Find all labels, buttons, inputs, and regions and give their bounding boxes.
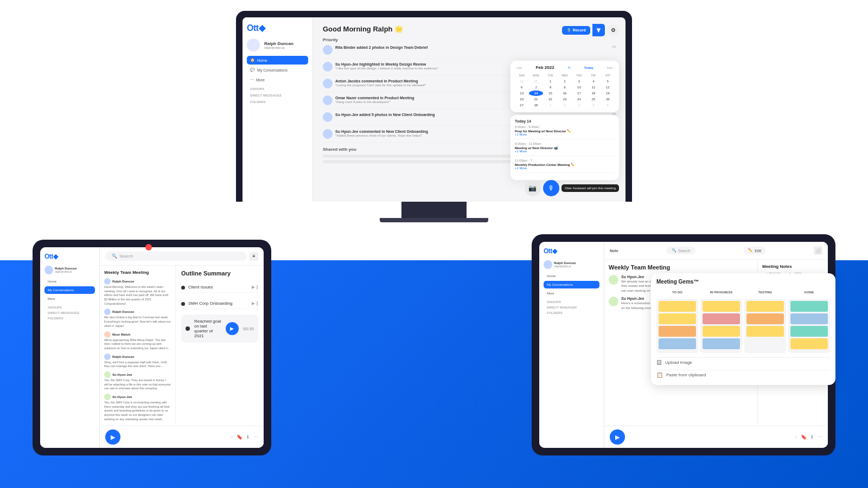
- upload-image-btn[interactable]: 🖼 Upload Image: [656, 357, 830, 367]
- more-icon[interactable]: ⋯: [253, 434, 258, 440]
- event-more-2[interactable]: +1 More: [515, 150, 615, 153]
- cal-next-icon[interactable]: Mar ›: [607, 66, 615, 69]
- search-options-icon[interactable]: ≡: [250, 252, 258, 261]
- cal-day-5[interactable]: 5: [601, 79, 615, 84]
- cal-day-10[interactable]: 10: [572, 85, 586, 90]
- cal-day-21[interactable]: 21: [529, 97, 542, 102]
- settings-icon[interactable]: ⚙: [607, 24, 619, 36]
- tablet-right-header: Note 🔍 Search ✏️ Edit ⬜: [604, 242, 828, 260]
- transcript-msg-3: Moni Welch We're approaching RWe Moop Ra…: [104, 331, 171, 351]
- mic-btn[interactable]: 🎙: [543, 180, 559, 196]
- cal-day-31[interactable]: 31: [529, 79, 542, 84]
- right-search-input[interactable]: 🔍 Search: [666, 247, 695, 254]
- cal-day-6[interactable]: 6: [515, 85, 528, 90]
- cal-day-20[interactable]: 20: [515, 97, 528, 102]
- cal-day-4[interactable]: 4: [586, 79, 600, 84]
- monitor-nav-conversations[interactable]: 💬 My Conversations: [247, 66, 308, 74]
- bookmark-icon[interactable]: 🔖: [237, 434, 242, 440]
- collapse-icon[interactable]: ⬜: [814, 246, 822, 255]
- cal-day-28[interactable]: 28: [529, 102, 542, 108]
- tablet-left-nav-home[interactable]: Home: [44, 278, 95, 285]
- outline-item-2: SMH Corp Onboarding ▶ ∥: [181, 298, 258, 309]
- right-more-icon[interactable]: ⋯: [818, 434, 822, 440]
- tablet-left-logo: Ott◆: [44, 253, 95, 260]
- outline-play-2[interactable]: ▶ ∥: [252, 301, 258, 306]
- cal-day-5b[interactable]: 5: [601, 102, 615, 108]
- tablet-right-nav-home[interactable]: Home: [544, 272, 599, 280]
- record-dropdown-button[interactable]: ▼: [592, 24, 605, 36]
- export-icon[interactable]: ⬇: [246, 434, 250, 440]
- outline-play-1[interactable]: ▶ ∥: [252, 285, 258, 290]
- notes-title: Meeting Notes: [762, 264, 824, 269]
- calendar-today-btn[interactable]: Today: [584, 66, 593, 69]
- tablet-right-dm: DIRECT MANAGER: [547, 306, 599, 309]
- tablet-right-play-btn[interactable]: ▶: [610, 429, 625, 445]
- monitor-groups-label: GROUPS: [250, 87, 308, 91]
- cal-day-2b[interactable]: 2: [558, 102, 571, 108]
- cal-day-4b[interactable]: 4: [586, 102, 600, 108]
- cal-day-14-today[interactable]: 14: [529, 91, 542, 96]
- cal-day-27[interactable]: 27: [515, 102, 528, 108]
- cal-day-1b[interactable]: 1: [544, 102, 557, 108]
- cal-day-15[interactable]: 15: [544, 91, 557, 96]
- kanban-header-done: DONE: [788, 289, 830, 296]
- tablet-left-nav-conversations[interactable]: My Conversations: [44, 286, 95, 294]
- tablet-left-play-btn[interactable]: ▶: [105, 429, 120, 445]
- tablet-right-nav-conversations[interactable]: My Conversations: [544, 281, 599, 288]
- tablet-right-nav-more[interactable]: More: [544, 290, 599, 297]
- tablet-right-sidebar: Ott◆ Ralph Duncan ralph@otter.ai Home My…: [539, 242, 604, 448]
- cal-day-11[interactable]: 11: [586, 85, 600, 90]
- kanban-board: [656, 299, 830, 353]
- right-msg-avatar-1: [609, 275, 618, 285]
- cal-prev-icon[interactable]: ‹ Jan: [515, 66, 522, 69]
- event-more-3[interactable]: +1 More: [515, 166, 615, 170]
- edit-button[interactable]: ✏️ Edit: [744, 247, 765, 254]
- cal-day-17[interactable]: 17: [572, 91, 586, 96]
- monitor-nav-home[interactable]: 🏠 Home: [247, 56, 308, 65]
- cal-day-3b[interactable]: 3: [572, 102, 586, 108]
- cal-day-24[interactable]: 24: [572, 97, 586, 102]
- cal-day-19[interactable]: 19: [601, 91, 615, 96]
- shared-bar-2: [323, 160, 542, 163]
- record-button[interactable]: 🎙️ Record: [562, 26, 590, 35]
- audio-play-btn[interactable]: ▶: [226, 322, 239, 335]
- tablet-left: Ott◆ Ralph Duncan ralph@otter.ai Home My…: [33, 240, 271, 455]
- cal-day-1[interactable]: 1: [544, 79, 557, 84]
- monitor-nav-more[interactable]: ⋯ More: [247, 75, 308, 84]
- right-bookmark-icon[interactable]: 🔖: [801, 434, 807, 440]
- audio-highlight-time: 00:35: [243, 326, 254, 331]
- paste-clipboard-btn[interactable]: 📋 Paste from clipboard: [656, 370, 830, 380]
- cal-day-8[interactable]: 8: [544, 85, 557, 90]
- transcript-msg-1: Ralph Duncan Good Morning. Welcome to th…: [104, 278, 171, 306]
- tablet-left-bottom-bar: ▶ ↑ 🔖 ⬇ ⋯: [100, 426, 264, 448]
- cal-day-13[interactable]: 13: [515, 91, 528, 96]
- video-btn[interactable]: 📷: [525, 180, 541, 196]
- cal-day-9[interactable]: 9: [558, 85, 571, 90]
- tablet-left-nav-more[interactable]: More: [44, 295, 95, 303]
- cal-day-30[interactable]: 30: [515, 79, 528, 84]
- tablet-left-folders: FOLDERS: [48, 317, 95, 320]
- cal-day-7[interactable]: 7: [529, 85, 542, 90]
- event-more-1[interactable]: +1 More: [515, 133, 615, 136]
- cal-day-12[interactable]: 12: [601, 85, 615, 90]
- monitor-email: ralph@otter.ai: [264, 46, 293, 49]
- tablet-left-dm: DIRECT MESSAGES: [48, 311, 95, 314]
- desktop-monitor: Ott◆ Ralph Duncan ralph@otter.ai 🏠 Home: [236, 11, 632, 222]
- cal-day-23[interactable]: 23: [558, 97, 571, 102]
- cal-day-26[interactable]: 26: [601, 97, 615, 102]
- cal-day-25[interactable]: 25: [586, 97, 600, 102]
- kanban-headers: TO DO IN PROGRESS TESTING DONE: [656, 289, 830, 297]
- right-share-icon[interactable]: ↑: [795, 434, 798, 440]
- cal-day-3[interactable]: 3: [572, 79, 586, 84]
- cal-day-18[interactable]: 18: [586, 91, 600, 96]
- share-icon[interactable]: ↑: [231, 434, 234, 440]
- cal-day-16[interactable]: 16: [558, 91, 571, 96]
- priority-text-3: Anton Jacobs commented in Product Meetin…: [335, 79, 426, 84]
- tablet-left-search-input[interactable]: 🔍 Search: [105, 252, 247, 261]
- cal-refresh-icon[interactable]: ↻: [568, 66, 571, 69]
- right-export-icon[interactable]: ⬇: [810, 434, 814, 440]
- cal-day-22[interactable]: 22: [544, 97, 557, 102]
- kanban-header-testing: TESTING: [744, 289, 786, 296]
- tablet-left-content: Weekly Team Meeting Ralph Duncan Good Mo…: [100, 266, 264, 426]
- cal-day-2[interactable]: 2: [558, 79, 571, 84]
